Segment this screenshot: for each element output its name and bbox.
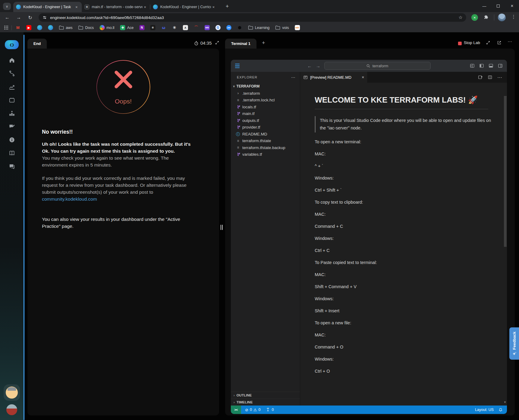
toggle-sidebar-icon[interactable] — [479, 63, 484, 68]
feedback-button[interactable]: Feedback — [509, 327, 519, 360]
file-item[interactable]: › ≡ i .terraform.lock.hcl — [231, 97, 300, 104]
address-bar[interactable]: engineer.kodekloud.com/task?id=690aee0fb… — [39, 13, 466, 22]
bookmark[interactable]: M — [15, 25, 21, 30]
close-tab-icon[interactable]: × — [362, 75, 364, 80]
bookmark[interactable]: ⌒ — [194, 25, 199, 30]
new-terminal-icon[interactable]: + — [262, 40, 265, 46]
bookmark-star-icon[interactable]: ☆ — [459, 15, 463, 20]
extensions-puzzle-icon[interactable] — [483, 14, 489, 20]
site-settings-icon[interactable] — [42, 15, 47, 20]
explorer-menu-icon[interactable]: ⋯ — [291, 75, 296, 80]
back-icon[interactable]: ← — [4, 14, 11, 21]
explorer-section[interactable]: › OUTLINE — [231, 392, 300, 399]
toggle-secondary-sidebar-icon[interactable] — [498, 63, 503, 68]
explorer-section[interactable]: › TIMELINE — [231, 399, 300, 406]
vscode-menu-icon[interactable] — [235, 64, 240, 68]
bookmark[interactable]: N — [139, 25, 145, 30]
tab-end[interactable]: End — [27, 39, 47, 49]
explorer-root-folder[interactable]: ∨ TERRAFORM — [231, 83, 300, 90]
maximize-button[interactable] — [491, 0, 505, 12]
stop-lab-button[interactable]: Stop Lab — [464, 40, 480, 45]
kodekloud-logo[interactable]: ❮❯ — [5, 40, 19, 49]
file-item[interactable]: › ≡ i terraform.tfstate — [231, 138, 300, 145]
bookmark[interactable]: zm — [226, 25, 231, 30]
bookmark[interactable]: aws — [59, 25, 72, 30]
tab-close-icon[interactable]: × — [142, 5, 148, 10]
apps-grid-icon[interactable] — [4, 25, 8, 30]
split-editor-icon[interactable] — [488, 75, 492, 80]
tab-search-button[interactable]: ∨ — [3, 3, 11, 10]
editor-actions-menu-icon[interactable]: ⋯ — [497, 75, 502, 80]
vscode-search-input[interactable]: terraform — [324, 62, 431, 70]
bookmark[interactable] — [48, 25, 53, 30]
remote-indicator[interactable]: >< — [231, 406, 241, 414]
bookmark[interactable]: ✳ — [150, 25, 155, 30]
sidebar-item-home[interactable] — [8, 56, 15, 64]
profile-avatar[interactable] — [498, 14, 506, 21]
notifications-bell-icon[interactable] — [498, 408, 503, 412]
bookmark[interactable]: mo.ll — [100, 25, 114, 30]
sidebar-item-leaderboard[interactable] — [8, 110, 15, 117]
bookmark[interactable]: WB — [205, 25, 210, 30]
bookmark[interactable]: w3r — [295, 25, 300, 30]
vscode-forward-icon[interactable]: → — [316, 63, 320, 68]
bookmark[interactable]: ω — [161, 25, 166, 30]
bookmark[interactable]: ▶ — [26, 25, 31, 30]
bookmark[interactable] — [37, 25, 42, 30]
panel-resize-handle[interactable] — [221, 225, 223, 230]
new-tab-button[interactable]: + — [223, 3, 231, 10]
community-link[interactable]: community.kodekloud.com — [42, 196, 97, 202]
sidebar-item-progress[interactable] — [8, 83, 15, 90]
tab-terminal-1[interactable]: Terminal 1 — [225, 39, 256, 49]
vscode-back-icon[interactable]: ← — [307, 63, 312, 68]
tab-close-icon[interactable]: × — [211, 5, 216, 10]
bookmark[interactable]: ⬢ — [237, 25, 242, 30]
sidebar-item-feedback[interactable] — [8, 123, 15, 130]
file-item[interactable]: › ≡ i main.tf — [231, 110, 300, 117]
editor-tab-readme-preview[interactable]: [Preview] README.MD × — [300, 72, 367, 83]
editor-scrollbar[interactable] — [504, 83, 507, 406]
file-item[interactable]: › ≡ i locals.tf — [231, 103, 300, 110]
extension-icon[interactable]: ✕ — [471, 14, 478, 21]
sidebar-item-chat[interactable] — [8, 163, 15, 170]
sidebar-item-calendar[interactable] — [8, 96, 15, 103]
bookmark[interactable]: ʌ — [183, 25, 188, 30]
bookmark[interactable]: G — [215, 25, 221, 30]
bookmark[interactable]: ✳ — [172, 25, 177, 30]
file-item[interactable]: › ≡ i variables.tf — [231, 151, 300, 158]
memoji-avatar-container[interactable] — [4, 384, 20, 401]
browser-menu-icon[interactable]: ⋮ — [511, 14, 517, 20]
ports-indicator[interactable]: 0 — [266, 408, 274, 412]
toggle-panel-icon[interactable] — [489, 63, 493, 68]
bookmark[interactable]: Learning — [248, 25, 270, 30]
scroll-down-icon[interactable]: ▼ — [504, 401, 506, 404]
user-photo-avatar[interactable] — [6, 404, 17, 415]
layout-indicator[interactable]: Layout: US — [475, 408, 494, 412]
bookmark[interactable]: Docs — [78, 25, 94, 30]
bookmark[interactable]: vois — [275, 25, 289, 30]
file-item[interactable]: › ≡ i .terraform — [231, 90, 300, 97]
close-button[interactable]: × — [505, 0, 519, 12]
file-item[interactable]: › ≡ i README.MD — [231, 131, 300, 138]
open-in-new-window-icon[interactable] — [497, 40, 501, 45]
sidebar-item-learning-path[interactable] — [8, 70, 15, 77]
browser-tab[interactable]: ✻ KodeKloud - Engineer | Task × — [13, 2, 82, 12]
sidebar-item-library[interactable] — [8, 149, 15, 157]
reload-icon[interactable]: ↻ — [27, 14, 34, 21]
open-changes-icon[interactable] — [478, 75, 483, 80]
terminal-menu-icon[interactable]: ⋯ — [508, 39, 512, 44]
bookmark[interactable]: ✚ Ace — [120, 25, 134, 30]
problems-indicator[interactable]: ⊘ 0 ⚠ 0 — [245, 408, 260, 412]
browser-tab[interactable]: ✻ main.tf - terraform - code-serve × — [82, 2, 150, 12]
file-item[interactable]: › ≡ i provider.tf — [231, 124, 300, 131]
minimize-button[interactable]: — — [477, 0, 491, 12]
browser-tab[interactable]: ✻ KodeKloud - Engineer | Curricul × — [150, 2, 219, 12]
file-item[interactable]: › ≡ i outputs.tf — [231, 117, 300, 124]
expand-terminal-panel-icon[interactable] — [486, 40, 490, 45]
file-item[interactable]: › ≡ i terraform.tfstate.backup — [231, 144, 300, 151]
tab-close-icon[interactable]: × — [74, 5, 79, 10]
sidebar-item-info[interactable] — [8, 136, 15, 143]
customize-layout-icon[interactable] — [470, 63, 475, 68]
forward-icon[interactable]: → — [15, 14, 22, 21]
expand-task-panel-icon[interactable] — [215, 40, 219, 45]
